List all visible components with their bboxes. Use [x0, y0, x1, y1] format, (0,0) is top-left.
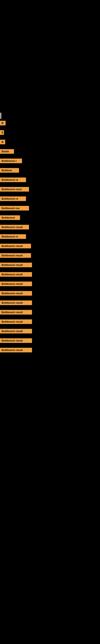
result-row-5: Bottleneck r	[0, 158, 100, 164]
bottleneck-result-badge[interactable]: B	[0, 140, 5, 144]
bottleneck-result-badge[interactable]: Bottleneck res	[0, 206, 29, 210]
bottleneck-result-badge[interactable]: Bottleneck result	[0, 272, 32, 277]
result-row-14: Bottleneck result	[0, 244, 100, 250]
bottleneck-result-badge[interactable]: Bottleneck result	[0, 300, 32, 305]
result-row-22: Bottleneck result	[0, 320, 100, 325]
result-row-10: Bottleneck res	[0, 206, 100, 212]
bottleneck-result-badge[interactable]: Bottleneck result	[0, 348, 32, 352]
result-row-4: Bottle	[0, 149, 100, 155]
bottleneck-result-badge[interactable]: Bottle	[0, 149, 14, 154]
result-row-16: Bottleneck result	[0, 263, 100, 268]
bottleneck-result-badge[interactable]: Bottleneck result	[0, 320, 32, 324]
result-row-8: Bottleneck resul	[0, 187, 100, 193]
result-row-17: Bottleneck result	[0, 272, 100, 278]
result-row-1: B	[0, 121, 100, 126]
bottleneck-result-badge[interactable]: Bottleneck result	[0, 329, 32, 334]
bottleneck-result-badge[interactable]: Bottleneck resul	[0, 187, 29, 192]
bottleneck-result-badge[interactable]: E	[0, 130, 4, 135]
result-row-13: Bottleneck re	[0, 234, 100, 240]
result-row-15: Bottleneck result	[0, 253, 100, 259]
bottleneck-result-badge[interactable]: Bottleneck re	[0, 178, 26, 182]
result-row-2: E	[0, 130, 100, 136]
bottleneck-result-badge[interactable]: Bottleneck result	[0, 253, 31, 258]
result-row-3: B	[0, 140, 100, 146]
bottleneck-result-badge[interactable]: Bottleneck result	[0, 263, 32, 267]
result-row-23: Bottleneck result	[0, 329, 100, 335]
bottleneck-result-badge[interactable]: Bottleneck result	[0, 338, 32, 343]
results-section: BEBBottleBottleneck rBottleneBottleneck …	[0, 121, 100, 357]
cursor-indicator	[0, 113, 1, 119]
result-row-20: Bottleneck result	[0, 300, 100, 306]
chart-area	[0, 0, 100, 111]
bottleneck-result-badge[interactable]: Bottleneck result	[0, 310, 32, 314]
result-row-24: Bottleneck result	[0, 338, 100, 344]
result-row-18: Bottleneck result	[0, 282, 100, 288]
bottleneck-result-badge[interactable]: Bottleneck result	[0, 291, 32, 296]
bottleneck-result-badge[interactable]: Bottleneck result	[0, 282, 32, 286]
result-row-19: Bottleneck result	[0, 291, 100, 297]
bottleneck-result-badge[interactable]: Bottleneck	[0, 215, 20, 220]
bottleneck-result-badge[interactable]: Bottleneck result	[0, 244, 31, 248]
result-row-12: Bottleneck result	[0, 225, 100, 231]
result-row-7: Bottleneck re	[0, 178, 100, 183]
bottleneck-result-badge[interactable]: Bottleneck re	[0, 234, 26, 239]
result-row-6: Bottlene	[0, 168, 100, 174]
result-row-9: Bottleneck re	[0, 196, 100, 202]
bottleneck-result-badge[interactable]: B	[0, 121, 6, 126]
result-row-11: Bottleneck	[0, 215, 100, 221]
bottleneck-result-badge[interactable]: Bottleneck r	[0, 158, 22, 163]
result-row-21: Bottleneck result	[0, 310, 100, 316]
bottleneck-result-badge[interactable]: Bottleneck re	[0, 196, 26, 201]
result-row-25: Bottleneck result	[0, 348, 100, 354]
bottleneck-result-badge[interactable]: Bottleneck result	[0, 225, 29, 230]
bottleneck-result-badge[interactable]: Bottlene	[0, 168, 19, 173]
